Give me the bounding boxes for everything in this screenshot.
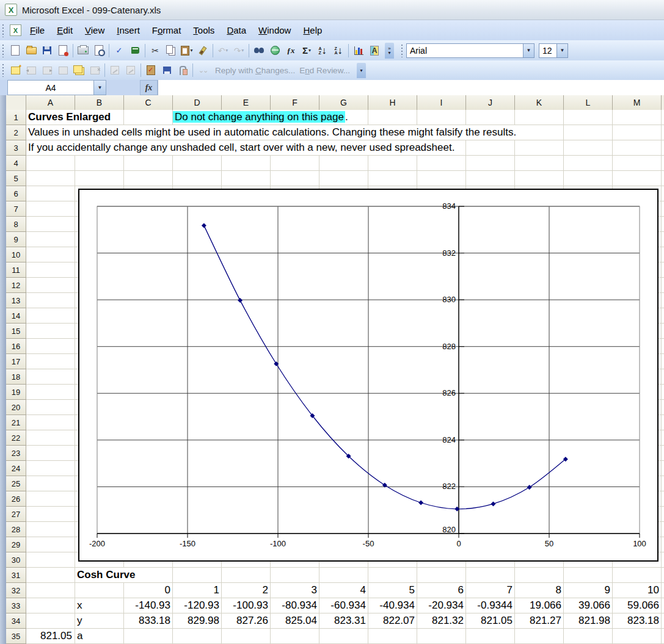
- font-size-combo[interactable]: 12 ▼: [539, 43, 568, 58]
- undo-options-arrow[interactable]: ▾: [225, 48, 228, 53]
- print-preview-button[interactable]: [92, 43, 106, 58]
- row-header-15[interactable]: 15: [6, 324, 26, 339]
- row-header-26[interactable]: 26: [6, 491, 26, 507]
- print-button[interactable]: [76, 43, 90, 58]
- row-header-27[interactable]: 27: [6, 507, 26, 522]
- toolbar-grip[interactable]: [401, 44, 404, 57]
- next-comment-button[interactable]: [40, 63, 54, 78]
- copy-button[interactable]: [164, 43, 178, 58]
- reply-arrows-button[interactable]: ⌄⌄: [195, 63, 210, 78]
- column-header-C[interactable]: C: [124, 95, 173, 110]
- paste-options-arrow[interactable]: ▾: [190, 48, 192, 53]
- cell-B33[interactable]: x: [75, 598, 85, 613]
- cell-I32[interactable]: 6: [417, 583, 466, 598]
- show-comment-button[interactable]: [56, 63, 70, 78]
- cell-H32[interactable]: 5: [368, 583, 417, 598]
- cell-C32[interactable]: 0: [124, 583, 173, 598]
- row-header-25[interactable]: 25: [6, 476, 26, 491]
- cell-B35[interactable]: a: [75, 629, 85, 643]
- cell-D32[interactable]: 1: [173, 583, 222, 598]
- autosum-button[interactable]: Σ▾: [299, 43, 314, 58]
- menu-data[interactable]: Data: [221, 22, 252, 38]
- cut-button[interactable]: ✂: [148, 43, 162, 58]
- font-name-combo[interactable]: Arial ▼: [406, 43, 534, 58]
- cell-A35[interactable]: 821.05: [26, 629, 75, 643]
- show-all-comments-button[interactable]: [71, 63, 86, 78]
- row-header-16[interactable]: 16: [6, 339, 26, 354]
- row-header-7[interactable]: 7: [6, 201, 26, 217]
- cell-E34[interactable]: 827.26: [222, 613, 271, 628]
- row-header-11[interactable]: 11: [6, 262, 26, 278]
- cell-J34[interactable]: 821.05: [466, 613, 515, 628]
- end-review-button[interactable]: End Review...: [299, 66, 354, 75]
- cell-E33[interactable]: -100.93: [222, 598, 271, 613]
- cell-L33[interactable]: 39.066: [564, 598, 613, 613]
- row-header-14[interactable]: 14: [6, 308, 26, 324]
- menu-file[interactable]: File: [24, 22, 51, 38]
- row-header-13[interactable]: 13: [6, 293, 26, 308]
- save-button[interactable]: [40, 43, 54, 58]
- row-header-4[interactable]: 4: [6, 156, 26, 171]
- column-header-I[interactable]: I: [417, 95, 466, 110]
- row-header-6[interactable]: 6: [6, 186, 26, 201]
- cell-B31[interactable]: Cosh Curve: [75, 568, 137, 582]
- column-header-B[interactable]: B: [75, 95, 124, 110]
- font-name-dropdown-icon[interactable]: ▼: [523, 44, 534, 57]
- row-header-28[interactable]: 28: [6, 522, 26, 537]
- cell-D34[interactable]: 829.98: [173, 613, 222, 628]
- chart-wizard-button[interactable]: [351, 43, 366, 58]
- cell-M32[interactable]: 10: [613, 583, 662, 598]
- drawing-button[interactable]: A: [367, 43, 382, 58]
- cell-G32[interactable]: 4: [319, 583, 368, 598]
- font-size-dropdown-icon[interactable]: ▼: [556, 44, 567, 57]
- row-header-32[interactable]: 32: [6, 583, 26, 598]
- cell-K34[interactable]: 821.27: [515, 613, 564, 628]
- row-header-22[interactable]: 22: [6, 430, 26, 446]
- menu-view[interactable]: View: [79, 22, 111, 38]
- cell-A1[interactable]: Curves Enlarged: [26, 110, 113, 125]
- row-header-8[interactable]: 8: [6, 217, 26, 232]
- cell-G34[interactable]: 823.31: [319, 613, 368, 628]
- column-header-L[interactable]: L: [564, 95, 613, 110]
- mail-attachment-button[interactable]: [175, 63, 190, 78]
- row-header-34[interactable]: 34: [6, 613, 26, 629]
- cell-G33[interactable]: -60.934: [319, 598, 368, 613]
- cell-A2[interactable]: Values in unshaded cells might be used i…: [26, 125, 519, 140]
- workbook-icon[interactable]: X: [10, 24, 21, 36]
- menu-edit[interactable]: Edit: [51, 22, 79, 38]
- toolbar-grip[interactable]: [2, 24, 5, 37]
- hyperlink-button[interactable]: [268, 43, 282, 58]
- open-button[interactable]: [24, 43, 38, 58]
- cell-A3[interactable]: If you accidentally change any unshaded …: [26, 140, 457, 155]
- column-header-J[interactable]: J: [466, 95, 515, 110]
- row-header-29[interactable]: 29: [6, 537, 26, 552]
- autosum-options-arrow[interactable]: ▾: [308, 48, 311, 53]
- column-header-A[interactable]: A: [26, 95, 75, 110]
- row-header-21[interactable]: 21: [6, 415, 26, 430]
- row-header-24[interactable]: 24: [6, 461, 26, 476]
- cell-I34[interactable]: 821.32: [417, 613, 466, 628]
- row-header-1[interactable]: 1: [6, 110, 26, 125]
- row-header-17[interactable]: 17: [6, 354, 26, 369]
- cell-H33[interactable]: -40.934: [368, 598, 417, 613]
- undo-button[interactable]: ↶▾: [216, 43, 230, 58]
- cell-D33[interactable]: -120.93: [173, 598, 222, 613]
- catenary-chart[interactable]: 820822824826828830832834-200-150-100-500…: [78, 189, 659, 562]
- column-header-M[interactable]: M: [613, 95, 662, 110]
- cell-K32[interactable]: 8: [515, 583, 564, 598]
- sort-ascending-button[interactable]: AZ↓: [315, 43, 330, 58]
- find-button[interactable]: [252, 43, 266, 58]
- cells-area[interactable]: 820822824826828830832834-200-150-100-500…: [26, 110, 664, 644]
- format-painter-button[interactable]: [195, 43, 210, 58]
- name-box[interactable]: A4: [7, 80, 94, 95]
- reviewing-toolbar-options-chevron[interactable]: ▾: [357, 63, 366, 78]
- row-header-19[interactable]: 19: [6, 385, 26, 400]
- select-all-corner[interactable]: [6, 95, 26, 110]
- permission-button[interactable]: [56, 43, 70, 58]
- new-comment-button[interactable]: [8, 63, 23, 78]
- update-file-button[interactable]: [144, 63, 158, 78]
- reply-with-changes-button[interactable]: Reply with Changes...: [211, 66, 299, 75]
- new-document-button[interactable]: [8, 43, 23, 58]
- highlight-changes-button[interactable]: [108, 63, 122, 78]
- menu-tools[interactable]: Tools: [187, 22, 221, 38]
